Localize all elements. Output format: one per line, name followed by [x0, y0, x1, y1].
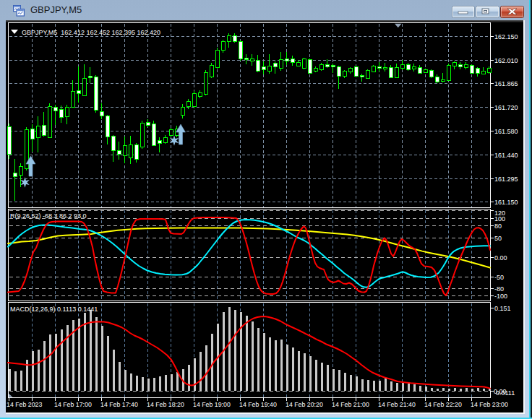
svg-text:162.010: 162.010 [494, 57, 518, 64]
svg-text:-100: -100 [494, 293, 507, 300]
svg-text:-80: -80 [494, 285, 504, 293]
svg-text:14 Feb 2023: 14 Feb 2023 [7, 401, 43, 408]
svg-text:0.0111: 0.0111 [496, 389, 515, 397]
svg-text:161.720: 161.720 [494, 104, 518, 111]
svg-text:-50: -50 [494, 274, 504, 281]
svg-text:162.150: 162.150 [494, 33, 518, 40]
svg-text:14 Feb 22:20: 14 Feb 22:20 [424, 401, 462, 408]
svg-text:14 Feb 17:00: 14 Feb 17:00 [54, 401, 92, 408]
svg-text:0.00: 0.00 [494, 254, 507, 262]
svg-text:14 Feb 17:40: 14 Feb 17:40 [100, 401, 138, 408]
svg-text:80: 80 [494, 223, 502, 230]
svg-text:GBPJPY,M5 162.412 162.452 162: GBPJPY,M5 162.412 162.452 162.395 162.42… [22, 29, 160, 36]
svg-text:50: 50 [494, 235, 502, 242]
svg-text:161.580: 161.580 [494, 128, 518, 135]
svg-text:0.151: 0.151 [494, 305, 511, 312]
svg-text:14 Feb 21:00: 14 Feb 21:00 [332, 401, 369, 408]
svg-text:14 Feb 23:00: 14 Feb 23:00 [471, 401, 508, 408]
svg-text:MACD(12,26,9) 0.1113 0.1441: MACD(12,26,9) 0.1113 0.1441 [10, 306, 98, 313]
svg-text:161.150: 161.150 [494, 199, 518, 206]
svg-text:14 Feb 18:20: 14 Feb 18:20 [147, 401, 184, 408]
svg-text:161.865: 161.865 [494, 80, 518, 87]
svg-text:14 Feb 19:00: 14 Feb 19:00 [193, 401, 231, 408]
svg-text:161.440: 161.440 [494, 152, 518, 159]
svg-text:161.295: 161.295 [494, 176, 518, 183]
svg-text:14 Feb 19:40: 14 Feb 19:40 [239, 401, 277, 408]
svg-text:100: 100 [494, 215, 505, 223]
svg-text:14 Feb 21:40: 14 Feb 21:40 [378, 401, 416, 408]
svg-text:R(9,26,52) -68.3 86.2 93.0: R(9,26,52) -68.3 86.2 93.0 [10, 212, 87, 220]
svg-text:14 Feb 20:20: 14 Feb 20:20 [286, 401, 323, 408]
